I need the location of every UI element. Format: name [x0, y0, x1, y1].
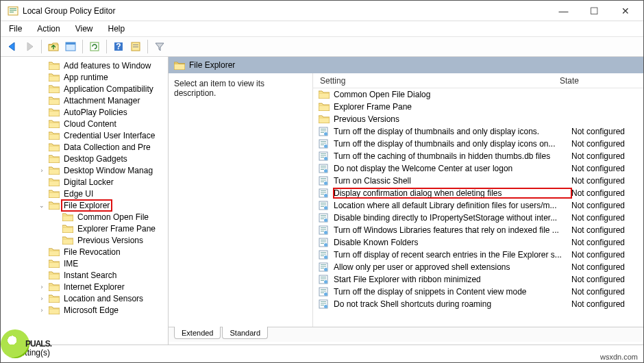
- tree-item[interactable]: Credential User Interface: [1, 129, 168, 141]
- list-item[interactable]: Turn off the caching of thumbnails in hi…: [313, 150, 643, 162]
- list-item[interactable]: Turn off the display of snippets in Cont…: [313, 286, 643, 298]
- svg-rect-65: [321, 254, 326, 255]
- list-item[interactable]: Previous Versions: [313, 113, 643, 125]
- settings-column: Setting State Common Open File DialogExp…: [312, 73, 643, 327]
- svg-rect-36: [321, 182, 324, 182]
- tree-item[interactable]: Add features to Window: [1, 60, 168, 71]
- setting-state: Not configured: [571, 287, 643, 297]
- svg-rect-29: [321, 166, 326, 166]
- tree-item[interactable]: Cloud Content: [1, 118, 168, 129]
- tree-item-label: Common Open File: [76, 212, 150, 222]
- tree-item[interactable]: ›Microsoft Edge: [1, 304, 168, 316]
- menubar: File Action View Help: [1, 21, 643, 36]
- svg-rect-59: [321, 240, 326, 240]
- list-item[interactable]: Explorer Frame Pane: [313, 101, 643, 113]
- tree-item-label: Internet Explorer: [62, 282, 126, 292]
- list-item[interactable]: Turn off the display of thumbnails and o…: [313, 138, 643, 150]
- svg-rect-70: [321, 266, 326, 267]
- tree-item[interactable]: Explorer Frame Pane: [1, 223, 168, 234]
- expander-icon[interactable]: ›: [38, 295, 46, 302]
- policy-icon: [319, 139, 330, 149]
- setting-state: Not configured: [571, 164, 643, 173]
- tree-item[interactable]: IME: [1, 258, 168, 269]
- header-setting[interactable]: Setting: [313, 76, 560, 86]
- list-item[interactable]: Disable Known FoldersNot configured: [313, 236, 643, 249]
- menu-help[interactable]: Help: [106, 23, 128, 35]
- expander-icon[interactable]: ›: [38, 167, 46, 174]
- svg-rect-20: [321, 143, 326, 144]
- list-item[interactable]: Start File Explorer with ribbon minimize…: [313, 273, 643, 286]
- tree-item[interactable]: ›Location and Sensors: [1, 292, 168, 304]
- up-folder-icon[interactable]: [46, 39, 61, 54]
- list-item[interactable]: Turn off the display of thumbnails and o…: [313, 125, 643, 138]
- tree-item[interactable]: Digital Locker: [1, 176, 168, 188]
- expander-icon[interactable]: ⌄: [38, 202, 46, 209]
- tab-standard[interactable]: Standard: [222, 327, 268, 339]
- svg-rect-44: [321, 203, 326, 203]
- svg-rect-85: [321, 303, 326, 304]
- tree-item[interactable]: ⌄File Explorer: [1, 199, 168, 211]
- list-item[interactable]: Turn off display of recent search entrie…: [313, 249, 643, 261]
- toolbar-separator: [106, 40, 107, 53]
- svg-rect-41: [321, 194, 324, 195]
- forward-arrow-icon[interactable]: [22, 39, 37, 54]
- list-item[interactable]: Disable binding directly to IPropertySet…: [313, 212, 643, 224]
- tree-item[interactable]: ›Internet Explorer: [1, 281, 168, 292]
- tree-item[interactable]: Instant Search: [1, 269, 168, 281]
- back-arrow-icon[interactable]: [5, 39, 20, 54]
- svg-rect-2: [10, 10, 16, 10]
- list-item[interactable]: Do not display the Welcome Center at use…: [313, 162, 643, 175]
- tree-item[interactable]: App runtime: [1, 71, 168, 83]
- refresh-icon[interactable]: [87, 39, 102, 54]
- folder-icon: [174, 61, 185, 70]
- svg-rect-1: [10, 8, 16, 9]
- menu-file[interactable]: File: [6, 23, 25, 35]
- expander-icon[interactable]: ›: [38, 307, 46, 314]
- tree-item[interactable]: Attachment Manager: [1, 95, 168, 106]
- menu-action[interactable]: Action: [34, 23, 62, 35]
- svg-point-82: [324, 292, 327, 296]
- tab-extended[interactable]: Extended: [174, 327, 221, 339]
- list-item[interactable]: Common Open File Dialog: [313, 88, 643, 101]
- svg-rect-14: [321, 129, 326, 129]
- tree-item[interactable]: AutoPlay Policies: [1, 106, 168, 118]
- setting-label: Disable binding directly to IPropertySet…: [334, 213, 571, 223]
- policy-icon: [319, 213, 330, 223]
- tree-pane[interactable]: Add features to WindowApp runtimeApplica…: [1, 57, 169, 345]
- svg-rect-21: [321, 145, 324, 145]
- menu-view[interactable]: View: [73, 23, 96, 35]
- minimize-button[interactable]: —: [548, 1, 579, 21]
- header-state[interactable]: State: [560, 76, 632, 86]
- policy-icon: [319, 201, 330, 210]
- policy-icon: [319, 127, 330, 136]
- properties-icon[interactable]: [128, 39, 143, 54]
- folder-icon: [319, 102, 330, 112]
- tree-item[interactable]: File Revocation: [1, 246, 168, 258]
- list-item[interactable]: Display confirmation dialog when deletin…: [313, 187, 643, 199]
- tree-item[interactable]: Common Open File: [1, 211, 168, 223]
- tree-item-label: File Revocation: [62, 247, 122, 257]
- tree-item[interactable]: Previous Versions: [1, 234, 168, 246]
- list-item[interactable]: Do not track Shell shortcuts during roam…: [313, 298, 643, 310]
- tree-item[interactable]: Application Compatibility: [1, 83, 168, 95]
- tree-item[interactable]: Edge UI: [1, 188, 168, 199]
- setting-label: Disable Known Folders: [334, 238, 571, 247]
- tree-item[interactable]: ›Desktop Window Manag: [1, 164, 168, 176]
- maximize-button[interactable]: ☐: [579, 1, 610, 21]
- statusbar: 47 setting(s): [1, 345, 643, 360]
- views-icon[interactable]: [63, 39, 78, 54]
- list-item[interactable]: Turn off Windows Libraries features that…: [313, 224, 643, 236]
- close-button[interactable]: ✕: [610, 1, 641, 21]
- settings-list[interactable]: Common Open File DialogExplorer Frame Pa…: [313, 88, 643, 327]
- svg-rect-3: [10, 12, 14, 12]
- filter-icon[interactable]: [152, 39, 167, 54]
- detail-header: File Explorer: [169, 57, 643, 73]
- setting-label: Do not display the Welcome Center at use…: [334, 164, 571, 173]
- list-item[interactable]: Turn on Classic ShellNot configured: [313, 175, 643, 187]
- help-icon[interactable]: ?: [111, 39, 126, 54]
- expander-icon[interactable]: ›: [38, 284, 46, 290]
- list-item[interactable]: Allow only per user or approved shell ex…: [313, 261, 643, 273]
- tree-item[interactable]: Data Collection and Pre: [1, 141, 168, 153]
- list-item[interactable]: Location where all default Library defin…: [313, 199, 643, 212]
- tree-item[interactable]: Desktop Gadgets: [1, 153, 168, 164]
